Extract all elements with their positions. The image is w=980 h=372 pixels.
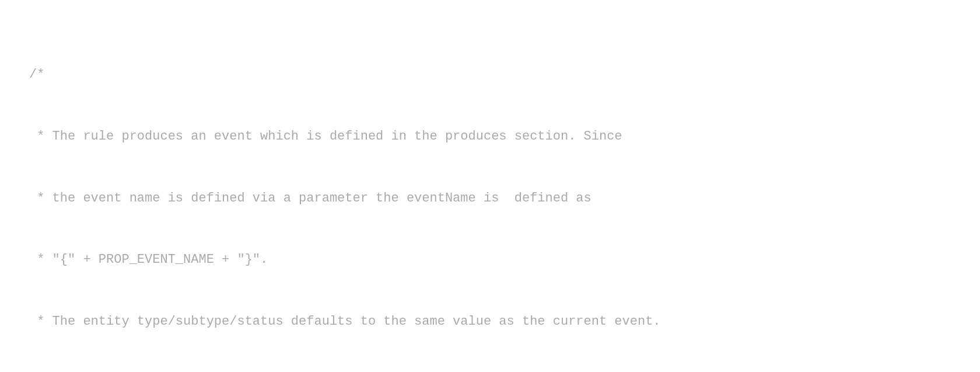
comment-line2: * the event name is defined via a parame… xyxy=(29,188,951,208)
comment-line1: * The rule produces an event which is de… xyxy=(29,126,951,147)
comment-line4: * The entity type/subtype/status default… xyxy=(29,311,951,332)
comment-line3: * "{" + PROP_EVENT_NAME + "}". xyxy=(29,249,951,270)
code-block: /* * The rule produces an event which is… xyxy=(29,23,951,372)
comment-open: /* xyxy=(29,64,951,85)
